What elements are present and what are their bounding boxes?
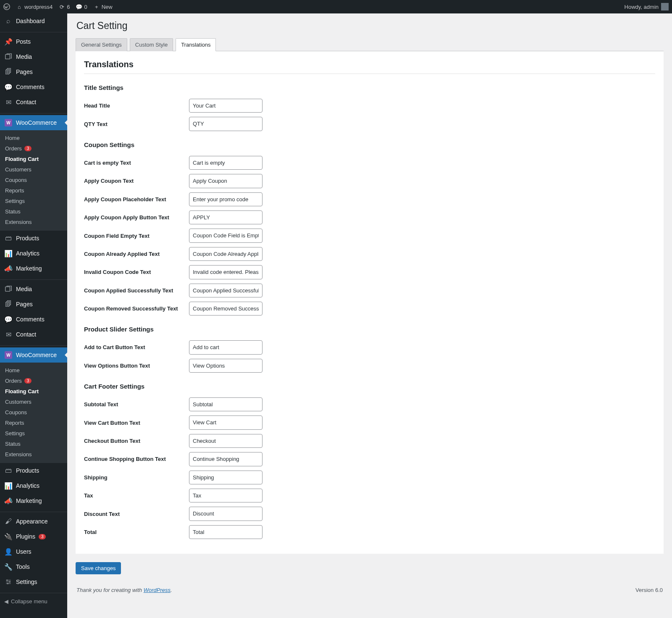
apply-btn-input[interactable] <box>189 210 262 224</box>
field-empty-label: Coupon Field Empty Text <box>84 233 189 239</box>
sidebar-item-comments-2[interactable]: 💬Comments <box>0 312 67 327</box>
submenu-home[interactable]: Home <box>0 133 67 143</box>
settings-panel: Translations Title Settings Head Title Q… <box>76 51 664 554</box>
apply-coupon-input[interactable] <box>189 174 262 188</box>
sidebar-item-appearance[interactable]: 🖌Appearance <box>0 514 67 529</box>
invalid-input[interactable] <box>189 265 262 279</box>
subtotal-input[interactable] <box>189 397 262 411</box>
sidebar-item-contact-2[interactable]: ✉Contact <box>0 327 67 342</box>
head-title-input[interactable] <box>189 99 262 113</box>
plug-icon: 🔌 <box>4 532 13 541</box>
sidebar-item-posts[interactable]: 📌Posts <box>0 34 67 49</box>
field-empty-input[interactable] <box>189 229 262 242</box>
submenu-reports[interactable]: Reports <box>0 185 67 196</box>
comments-link[interactable]: 💬0 <box>76 3 87 10</box>
media-icon <box>4 285 13 293</box>
tax-input[interactable] <box>189 489 262 502</box>
save-button[interactable]: Save changes <box>76 562 121 574</box>
sidebar-item-analytics[interactable]: 📊Analytics <box>0 246 67 261</box>
wordpress-link[interactable]: WordPress <box>144 587 171 593</box>
version-text: Version 6.0 <box>635 587 663 593</box>
submenu-settings-2[interactable]: Settings <box>0 428 67 439</box>
removed-ok-input[interactable] <box>189 302 262 316</box>
sidebar-item-marketing[interactable]: 📣Marketing <box>0 261 67 276</box>
apply-ph-input[interactable] <box>189 192 262 206</box>
submenu-status-2[interactable]: Status <box>0 439 67 449</box>
view-cart-input[interactable] <box>189 416 262 429</box>
comment-icon: 💬 <box>4 315 13 323</box>
collapse-menu[interactable]: ◀Collapse menu <box>0 595 67 608</box>
tax-label: Tax <box>84 492 189 499</box>
sidebar-item-comments[interactable]: 💬Comments <box>0 79 67 95</box>
submenu-orders-2[interactable]: Orders3 <box>0 376 67 386</box>
discount-input[interactable] <box>189 507 262 521</box>
megaphone-icon: 📣 <box>4 264 13 273</box>
applied-ok-input[interactable] <box>189 284 262 297</box>
total-input[interactable] <box>189 525 262 539</box>
shipping-input[interactable] <box>189 471 262 484</box>
sidebar-item-contact[interactable]: ✉Contact <box>0 95 67 110</box>
view-options-input[interactable] <box>189 359 262 373</box>
submenu-reports-2[interactable]: Reports <box>0 418 67 428</box>
cart-empty-input[interactable] <box>189 156 262 170</box>
continue-input[interactable] <box>189 452 262 466</box>
checkout-input[interactable] <box>189 434 262 448</box>
sidebar-label: WooCommerce <box>16 352 57 358</box>
sidebar-item-users[interactable]: 👤Users <box>0 544 67 559</box>
total-label: Total <box>84 529 189 535</box>
sidebar-item-pages-2[interactable]: 🗐Pages <box>0 297 67 312</box>
group-cart-footer: Cart Footer Settings <box>84 383 655 390</box>
sidebar-label: Dashboard <box>16 18 45 24</box>
submenu-customers[interactable]: Customers <box>0 164 67 175</box>
sidebar-item-analytics-2[interactable]: 📊Analytics <box>0 478 67 493</box>
sidebar-item-woocommerce-2[interactable]: WWooCommerce <box>0 347 67 363</box>
site-name-link[interactable]: ⌂wordpress4 <box>16 3 52 10</box>
submenu-status[interactable]: Status <box>0 206 67 217</box>
wrench-icon: 🔧 <box>4 563 13 571</box>
page-title: Cart Setting <box>76 20 664 32</box>
submenu-floating-cart[interactable]: Floating Cart <box>0 154 67 164</box>
sidebar-item-dashboard[interactable]: ⌕Dashboard <box>0 13 67 29</box>
analytics-icon: 📊 <box>4 481 13 490</box>
sidebar-item-marketing-2[interactable]: 📣Marketing <box>0 493 67 508</box>
sidebar-item-products[interactable]: 🗃Products <box>0 231 67 246</box>
sidebar-item-media[interactable]: Media <box>0 49 67 64</box>
mail-icon: ✉ <box>4 330 13 339</box>
tab-translations[interactable]: Translations <box>176 38 216 51</box>
submenu-home-2[interactable]: Home <box>0 365 67 376</box>
sidebar-label: Tools <box>16 563 30 570</box>
section-title: Translations <box>84 60 655 74</box>
submenu-settings[interactable]: Settings <box>0 196 67 206</box>
checkout-label: Checkout Button Text <box>84 438 189 444</box>
submenu-coupons-2[interactable]: Coupons <box>0 407 67 418</box>
submenu-extensions-2[interactable]: Extensions <box>0 449 67 460</box>
woocommerce-submenu: Home Orders3 Floating Cart Customers Cou… <box>0 130 67 231</box>
already-input[interactable] <box>189 247 262 261</box>
tab-custom-style[interactable]: Custom Style <box>130 38 173 51</box>
sidebar-item-plugins[interactable]: 🔌Plugins3 <box>0 529 67 544</box>
new-content-link[interactable]: +New <box>93 3 113 10</box>
updates-link[interactable]: ⟳6 <box>58 3 70 10</box>
user-menu[interactable]: Howdy, admin <box>625 3 669 11</box>
tab-general-settings[interactable]: General Settings <box>76 38 127 51</box>
orders-badge: 3 <box>24 146 32 151</box>
submenu-orders[interactable]: Orders3 <box>0 143 67 154</box>
qty-text-input[interactable] <box>189 117 262 131</box>
add-to-cart-input[interactable] <box>189 340 262 354</box>
products-icon: 🗃 <box>4 234 13 242</box>
wp-logo[interactable] <box>3 3 10 10</box>
submenu-customers-2[interactable]: Customers <box>0 397 67 407</box>
view-cart-label: View Cart Button Text <box>84 420 189 426</box>
tabs: General Settings Custom Style Translatio… <box>76 38 664 51</box>
sidebar-item-products-2[interactable]: 🗃Products <box>0 463 67 478</box>
sidebar-item-media-2[interactable]: Media <box>0 281 67 297</box>
sidebar-item-pages[interactable]: 🗐Pages <box>0 64 67 79</box>
submenu-coupons[interactable]: Coupons <box>0 175 67 185</box>
submenu-floating-cart-2[interactable]: Floating Cart <box>0 386 67 397</box>
sidebar-item-woocommerce[interactable]: WWooCommerce <box>0 115 67 130</box>
submenu-extensions[interactable]: Extensions <box>0 217 67 227</box>
group-coupon-settings: Coupon Settings <box>84 141 655 148</box>
sidebar-item-tools[interactable]: 🔧Tools <box>0 559 67 574</box>
sidebar-label: Pages <box>16 301 33 308</box>
sidebar-item-settings[interactable]: Settings <box>0 574 67 589</box>
